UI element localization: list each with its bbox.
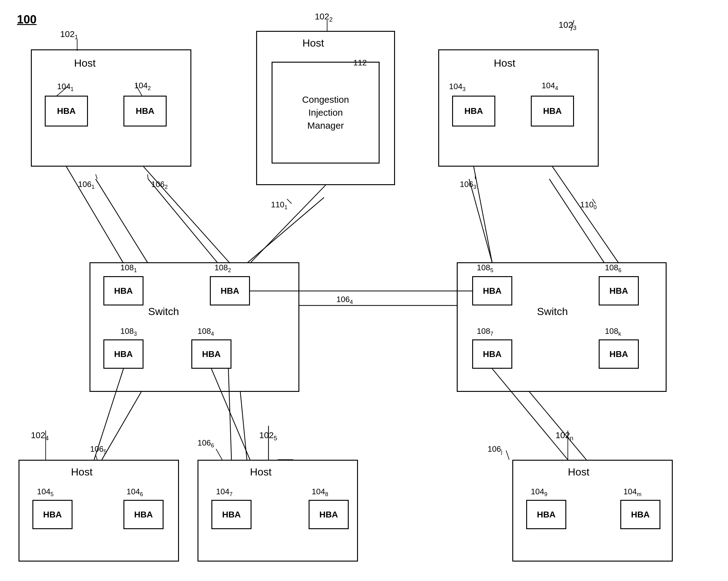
ref-108-2: 1082 [214,263,231,274]
hba-104-5: HBA [32,500,73,529]
ref-104-m: 104m [623,487,641,498]
ref-104-6: 1046 [127,487,143,498]
hba-108-3: HBA [103,339,144,369]
host1-label: Host [74,57,96,69]
svg-line-14 [96,174,97,179]
ref-104-4: 1044 [542,81,558,91]
hba-104-4: HBA [531,96,574,127]
svg-line-0 [96,179,151,268]
ref-108-k: 108k [605,326,621,337]
cim-box: CongestionInjectionManager [271,62,380,163]
ref-110-0: 1100 [580,200,597,211]
ref-104-5: 1045 [37,487,53,498]
ref-102-5: 1025 [259,430,277,442]
svg-line-36 [216,449,222,460]
hba-108-k: HBA [599,339,639,369]
switch2-label: Switch [537,306,568,317]
hba-104-m: HBA [620,500,660,529]
hba-104-9: HBA [526,500,566,529]
ref-106-j: 106j [488,444,502,455]
svg-line-15 [148,174,148,179]
diagram: Host 1021 [0,0,728,581]
hba-104-1: HBA [45,96,88,127]
ref-108-3: 1083 [120,326,137,337]
svg-line-35 [96,455,97,460]
ref-108-7: 1087 [477,326,493,337]
main-title: 100 [17,13,36,26]
ref-112: 112 [353,58,367,68]
hba-108-6: HBA [599,276,639,306]
svg-line-48 [552,167,619,263]
svg-line-46 [250,185,326,263]
ref-108-1: 1081 [120,263,137,274]
svg-line-18 [287,199,292,204]
ref-106-2: 1062 [151,180,167,190]
hba-104-7: HBA [211,500,252,529]
switch1-label: Switch [148,306,179,317]
hba-104-6: HBA [124,500,163,529]
ref-102-n: 102n [555,430,573,442]
host3-label: Host [494,57,515,69]
ref-104-8: 1048 [312,487,328,498]
hba-104-3: HBA [452,96,495,127]
ref-106-3: 1063 [460,180,476,190]
ref-106-1: 1061 [78,180,95,190]
svg-line-4 [549,179,608,268]
host5-label: Host [250,466,271,478]
hba-108-7: HBA [472,339,512,369]
hba-104-2: HBA [124,96,167,127]
ref-102-2: 1022 [315,12,333,23]
svg-line-1 [148,179,222,268]
ref-110-1: 1101 [271,200,287,211]
hostn-label: Host [568,466,590,478]
ref-104-3: 1043 [449,82,465,93]
ref-104-2: 1042 [134,81,151,91]
ref-104-7: 1047 [216,487,232,498]
ref-104-1: 1041 [57,82,74,93]
hba-108-4: HBA [191,339,231,369]
ref-108-4: 1084 [198,326,214,337]
host2-label: Host [303,37,324,49]
ref-106-6: 1066 [198,438,214,449]
svg-line-44 [66,167,124,263]
ref-106-5: 1065 [90,444,106,455]
ref-104-9: 1049 [531,487,547,498]
ref-108-5: 1085 [477,263,493,274]
hba-108-1: HBA [103,276,144,306]
ref-102-1: 1021 [60,29,78,41]
svg-line-3 [469,179,494,268]
hba-108-5: HBA [472,276,512,306]
svg-line-40 [506,450,509,460]
svg-line-47 [474,167,492,263]
ref-108-6: 1086 [605,263,621,274]
hba-108-2: HBA [210,276,250,306]
ref-106-4: 1064 [336,295,353,306]
host4-label: Host [71,466,93,478]
ref-102-3: 1023 [558,20,576,31]
hba-104-8: HBA [309,500,349,529]
ref-102-4: 1024 [31,430,49,442]
